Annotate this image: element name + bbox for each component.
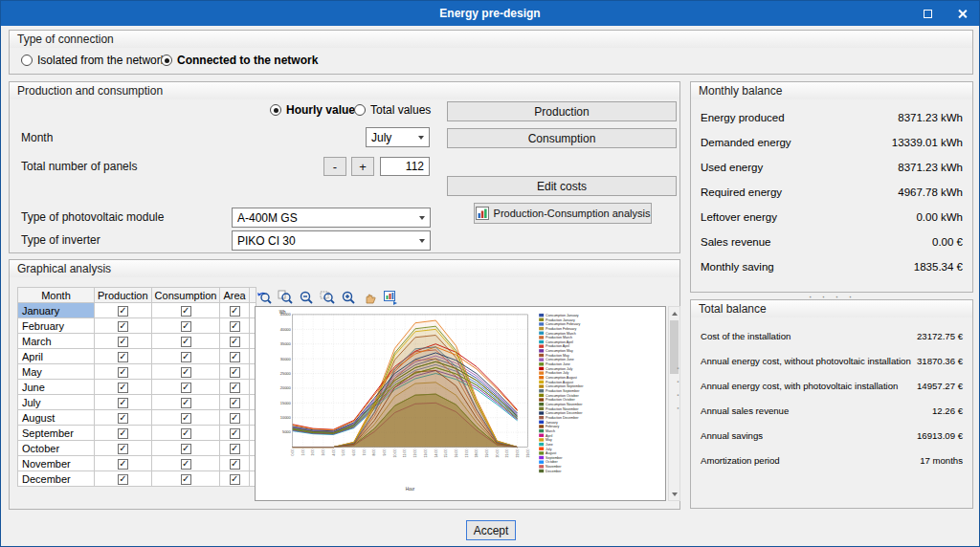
area-checkbox[interactable] xyxy=(220,426,249,441)
svg-text:18:00: 18:00 xyxy=(475,449,479,458)
balance-row: Required energy4967.78 kWh xyxy=(701,182,963,207)
months-table[interactable]: MonthProductionConsumptionAreaJanuaryFeb… xyxy=(17,287,256,487)
area-checkbox[interactable] xyxy=(220,318,249,334)
edit-costs-button[interactable]: Edit costs xyxy=(447,176,677,196)
radio-connected-to-network[interactable]: Connected to the network xyxy=(161,54,318,67)
consumption-checkbox[interactable] xyxy=(151,349,220,364)
production-checkbox[interactable] xyxy=(95,364,152,380)
radio-icon xyxy=(354,104,366,116)
zoom-out-icon[interactable] xyxy=(297,289,315,306)
table-row: June xyxy=(18,380,256,395)
panels-decrement-button[interactable]: - xyxy=(323,157,346,176)
area-checkbox[interactable] xyxy=(220,303,249,318)
svg-text:10:00: 10:00 xyxy=(393,449,397,458)
consumption-checkbox[interactable] xyxy=(151,303,220,318)
maximize-button[interactable] xyxy=(910,1,945,26)
production-checkbox[interactable] xyxy=(95,410,152,426)
balance-row: Cost of the installation23172.75 € xyxy=(701,325,963,350)
month-cell[interactable]: January xyxy=(18,303,95,318)
column-header[interactable]: Month xyxy=(18,288,95,303)
svg-text:13:00: 13:00 xyxy=(424,449,428,458)
month-cell[interactable]: September xyxy=(18,426,95,441)
month-cell[interactable]: June xyxy=(18,380,95,395)
panels-increment-button[interactable]: + xyxy=(351,157,374,176)
scroll-up-icon[interactable] xyxy=(669,307,679,319)
svg-text:30000: 30000 xyxy=(280,357,292,361)
checkbox-icon xyxy=(118,413,128,424)
checkbox-icon xyxy=(118,474,128,485)
checkbox-icon xyxy=(118,321,128,332)
production-button[interactable]: Production xyxy=(447,101,677,121)
area-checkbox[interactable] xyxy=(220,364,249,380)
checkbox-icon xyxy=(118,444,128,454)
month-cell[interactable]: March xyxy=(18,334,95,349)
area-checkbox[interactable] xyxy=(220,334,249,349)
area-checkbox[interactable] xyxy=(220,349,249,364)
pan-icon[interactable] xyxy=(360,289,378,306)
month-cell[interactable]: August xyxy=(18,410,95,426)
consumption-checkbox[interactable] xyxy=(151,364,220,380)
month-cell[interactable]: February xyxy=(18,318,95,334)
consumption-checkbox[interactable] xyxy=(151,441,220,456)
consumption-checkbox[interactable] xyxy=(151,395,220,410)
consumption-checkbox[interactable] xyxy=(151,380,220,395)
consumption-button[interactable]: Consumption xyxy=(447,128,677,148)
production-checkbox[interactable] xyxy=(95,426,152,441)
table-row: April xyxy=(18,349,256,364)
month-cell[interactable]: July xyxy=(18,395,95,410)
area-checkbox[interactable] xyxy=(220,380,249,395)
area-checkbox[interactable] xyxy=(220,395,249,410)
production-checkbox[interactable] xyxy=(95,441,152,456)
column-header[interactable]: Area xyxy=(220,288,249,303)
titlebar[interactable]: Energy pre-design xyxy=(1,1,979,26)
zoom-extents-icon[interactable] xyxy=(276,289,294,306)
production-consumption-analysis-button[interactable]: Production-Consumption analysis xyxy=(474,203,652,224)
close-button[interactable] xyxy=(945,1,979,26)
zoom-window-icon[interactable] xyxy=(318,289,336,306)
area-checkbox[interactable] xyxy=(220,441,249,456)
chart-panel[interactable]: 5000100001500020000250003000035000400004… xyxy=(255,306,666,501)
zoom-in-icon[interactable] xyxy=(339,289,357,306)
consumption-checkbox[interactable] xyxy=(151,410,220,426)
consumption-checkbox[interactable] xyxy=(151,426,220,441)
column-header[interactable]: Production xyxy=(95,288,152,303)
checkbox-icon xyxy=(230,474,240,485)
production-checkbox[interactable] xyxy=(95,334,152,349)
month-cell[interactable]: December xyxy=(18,471,95,487)
consumption-checkbox[interactable] xyxy=(151,456,220,471)
export-chart-icon[interactable] xyxy=(381,289,399,306)
area-checkbox[interactable] xyxy=(220,410,249,426)
production-checkbox[interactable] xyxy=(95,318,152,334)
module-select[interactable]: A-400M GS xyxy=(232,208,431,228)
production-checkbox[interactable] xyxy=(95,395,152,410)
production-checkbox[interactable] xyxy=(95,471,152,487)
month-cell[interactable]: April xyxy=(18,349,95,364)
month-cell[interactable]: May xyxy=(18,364,95,380)
zoom-previous-icon[interactable] xyxy=(255,289,273,306)
column-header[interactable]: Consumption xyxy=(151,288,220,303)
consumption-checkbox[interactable] xyxy=(151,471,220,487)
consumption-checkbox[interactable] xyxy=(151,318,220,334)
month-cell[interactable]: November xyxy=(18,456,95,471)
area-checkbox[interactable] xyxy=(220,471,249,487)
module-label: Type of photovoltaic module xyxy=(21,210,164,224)
consumption-checkbox[interactable] xyxy=(151,334,220,349)
radio-total-values[interactable]: Total values xyxy=(354,103,431,117)
scroll-down-icon[interactable] xyxy=(669,488,679,500)
month-cell[interactable]: October xyxy=(18,441,95,456)
radio-hourly-values[interactable]: Hourly values xyxy=(270,103,362,117)
chart-canvas[interactable]: 5000100001500020000250003000035000400004… xyxy=(256,307,665,500)
production-checkbox[interactable] xyxy=(95,456,152,471)
radio-isolated-from-network[interactable]: Isolated from the network xyxy=(21,54,167,67)
production-checkbox[interactable] xyxy=(95,349,152,364)
month-select[interactable]: July xyxy=(366,127,430,147)
accept-button[interactable]: Accept xyxy=(466,520,516,540)
svg-text:6:00: 6:00 xyxy=(352,449,356,456)
panels-input[interactable] xyxy=(380,157,430,176)
area-checkbox[interactable] xyxy=(220,456,249,471)
production-checkbox[interactable] xyxy=(95,380,152,395)
panel-splitter[interactable] xyxy=(672,366,686,413)
production-checkbox[interactable] xyxy=(95,303,152,318)
svg-text:Production October: Production October xyxy=(546,398,575,402)
inverter-select[interactable]: PIKO CI 30 xyxy=(232,230,431,251)
